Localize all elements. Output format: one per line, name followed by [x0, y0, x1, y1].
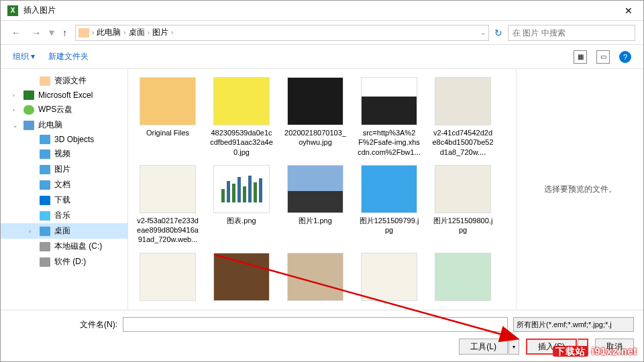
- thumbnail: [287, 253, 343, 301]
- file-name: 20200218070103_oyhwu.jpg: [284, 128, 347, 147]
- file-item[interactable]: [355, 250, 423, 306]
- file-item[interactable]: 图表.png: [207, 162, 276, 247]
- file-item[interactable]: [133, 250, 202, 306]
- thumbnail: [287, 165, 343, 213]
- view-mode-button[interactable]: ▦: [574, 50, 587, 64]
- thumbnail: [435, 165, 491, 213]
- crumb-desktop[interactable]: 桌面: [129, 27, 145, 38]
- tree-node[interactable]: 本地磁盘 (C:): [1, 239, 127, 254]
- tree-node[interactable]: 资源文件: [1, 73, 127, 88]
- tree-node[interactable]: ›WPS云盘: [1, 102, 127, 117]
- thumbnail: [140, 77, 196, 125]
- thumbnail: [213, 77, 270, 125]
- tree-node[interactable]: ›桌面: [1, 223, 127, 239]
- file-name: 482309539da0e1ccdfbed91aac32a4e0.jpg: [210, 128, 273, 157]
- file-name: 图片1.png: [299, 216, 332, 225]
- thumbnail: [287, 77, 343, 125]
- file-item[interactable]: [207, 250, 276, 306]
- close-button[interactable]: ✕: [621, 5, 637, 16]
- thumbnail: [435, 77, 491, 125]
- chevron-right-icon: ›: [92, 29, 94, 36]
- organize-button[interactable]: 组织 ▾: [13, 51, 35, 62]
- thumbnail: [361, 253, 417, 301]
- watermark-badge: 下载站: [553, 346, 588, 357]
- help-button[interactable]: ?: [619, 51, 631, 63]
- nav-bar: ← → ▾ ↑ › 此电脑 › 桌面 › 图片 › ⌄ ↻: [1, 21, 643, 45]
- tree-node[interactable]: 音乐: [1, 208, 127, 223]
- dropdown-icon[interactable]: ⌄: [480, 29, 486, 36]
- file-item[interactable]: Original Files: [133, 74, 202, 160]
- thumbnail: [435, 253, 491, 301]
- thumbnail: [361, 165, 417, 213]
- chevron-right-icon: ›: [123, 29, 125, 36]
- crumb-pictures[interactable]: 图片: [152, 27, 168, 38]
- file-item[interactable]: 20200218070103_oyhwu.jpg: [281, 74, 350, 160]
- file-name: v2-f53a0217e233deae899d80b9416a91ad_720w…: [136, 216, 199, 245]
- file-name: Original Files: [146, 128, 189, 137]
- file-name: v2-41cd74542d2de8c4bd15007be52d1a8_720w.…: [431, 128, 494, 157]
- file-item[interactable]: 图片1.png: [281, 162, 350, 247]
- file-name: 图片1251509799.jpg: [358, 216, 421, 235]
- file-item[interactable]: 482309539da0e1ccdfbed91aac32a4e0.jpg: [207, 74, 276, 160]
- title-bar: X 插入图片 ✕: [1, 1, 643, 21]
- file-item[interactable]: 图片1251509800.jpg: [429, 162, 497, 247]
- chevron-right-icon: ›: [171, 29, 173, 36]
- folder-tree: 资源文件›Microsoft Excel›WPS云盘⌄此电脑3D Objects…: [1, 69, 128, 310]
- file-item[interactable]: 图片1251509799.jpg: [355, 162, 423, 247]
- file-item[interactable]: [281, 250, 350, 306]
- file-grid: Original Files482309539da0e1ccdfbed91aac…: [128, 69, 516, 310]
- file-name: 图片1251509800.jpg: [431, 216, 494, 235]
- file-name: 图表.png: [227, 216, 256, 225]
- dialog-title: 插入图片: [23, 5, 56, 16]
- chevron-right-icon: ›: [148, 29, 150, 36]
- file-item[interactable]: src=http%3A%2F%2Fsafe-img.xhscdn.com%2Fb…: [355, 74, 423, 160]
- dialog-body: 资源文件›Microsoft Excel›WPS云盘⌄此电脑3D Objects…: [1, 69, 643, 310]
- filetype-filter[interactable]: 所有图片(*.emf;*.wmf;*.jpg;*.j: [513, 317, 634, 332]
- thumbnail: [140, 253, 196, 301]
- tree-node[interactable]: 3D Objects: [1, 133, 127, 146]
- new-folder-button[interactable]: 新建文件夹: [48, 51, 89, 62]
- file-item[interactable]: v2-41cd74542d2de8c4bd15007be52d1a8_720w.…: [429, 74, 497, 160]
- tree-node[interactable]: ›Microsoft Excel: [1, 88, 127, 102]
- crumb-pc[interactable]: 此电脑: [97, 27, 121, 38]
- tree-node[interactable]: 文档: [1, 177, 127, 192]
- refresh-button[interactable]: ↻: [494, 27, 502, 38]
- thumbnail: [140, 165, 196, 213]
- file-item[interactable]: v2-f53a0217e233deae899d80b9416a91ad_720w…: [133, 162, 202, 247]
- tree-node[interactable]: 视频: [1, 146, 127, 162]
- breadcrumb[interactable]: › 此电脑 › 桌面 › 图片 › ⌄: [75, 25, 489, 41]
- tree-node[interactable]: 下载: [1, 192, 127, 208]
- forward-button[interactable]: →: [29, 26, 44, 40]
- tree-node[interactable]: 软件 (D:): [1, 254, 127, 269]
- search-input[interactable]: [508, 25, 635, 41]
- app-icon: X: [7, 5, 18, 16]
- tree-node[interactable]: ⌄此电脑: [1, 117, 127, 133]
- filename-label: 文件名(N):: [10, 319, 117, 330]
- thumbnail: [213, 165, 270, 213]
- toolbar: 组织 ▾ 新建文件夹 ▦ ▭ ?: [1, 45, 643, 69]
- tools-button[interactable]: 工具(L): [459, 339, 508, 355]
- folder-icon: [78, 28, 89, 38]
- thumbnail: [361, 77, 417, 125]
- tree-node[interactable]: 图片: [1, 162, 127, 177]
- preview-text: 选择要预览的文件。: [544, 184, 616, 195]
- file-name: src=http%3A%2F%2Fsafe-img.xhscdn.com%2Fb…: [358, 128, 421, 157]
- tools-dropdown[interactable]: ▾: [508, 339, 519, 355]
- thumbnail: [213, 253, 270, 301]
- insert-picture-dialog: X 插入图片 ✕ ← → ▾ ↑ › 此电脑 › 桌面 › 图片 › ⌄ ↻ 组…: [0, 0, 644, 362]
- preview-pane: 选择要预览的文件。: [516, 69, 643, 310]
- file-item[interactable]: [429, 250, 497, 306]
- separator: ▾: [49, 26, 54, 39]
- up-button[interactable]: ↑: [60, 26, 70, 40]
- back-button[interactable]: ←: [9, 26, 23, 40]
- preview-pane-button[interactable]: ▭: [596, 50, 610, 64]
- dialog-footer: 文件名(N): 所有图片(*.emf;*.wmf;*.jpg;*.j 工具(L)…: [1, 310, 643, 361]
- watermark: 下载站 i91xz.net: [553, 346, 637, 358]
- filename-input[interactable]: [123, 317, 508, 332]
